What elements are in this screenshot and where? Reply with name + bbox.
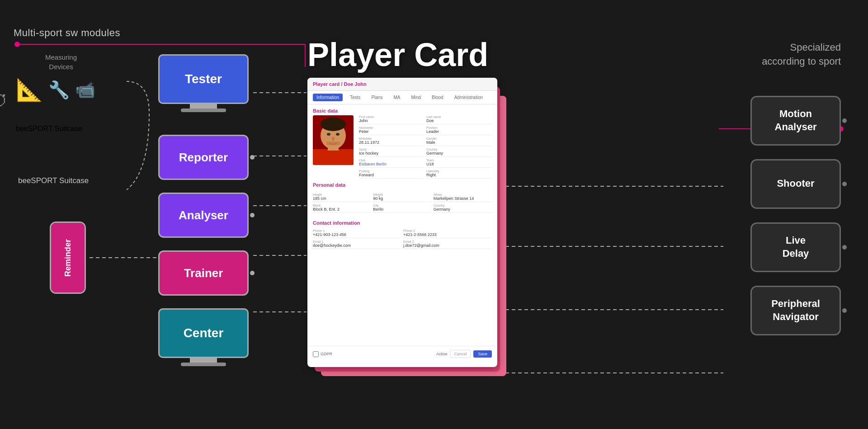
field-height: Height 185 cm (313, 193, 371, 202)
email2-value: j.doe72@gmail.com (403, 243, 492, 249)
motion-analyser-screen: Motion Analyser (750, 96, 841, 146)
field-position: Position Leader (426, 126, 492, 135)
tab-administration[interactable]: Administration (451, 94, 486, 101)
gdpr-checkbox[interactable] (313, 351, 319, 357)
active-label: Active (436, 352, 448, 356)
beesport-label: beeSPORT Suitcase (16, 125, 82, 133)
tab-mind[interactable]: Mind (407, 94, 425, 101)
field-laterality: Laterality Right (426, 170, 492, 179)
peripheral-navigator-btn (842, 308, 847, 313)
reminder-phone: Reminder (50, 222, 86, 294)
field-team: Team U18 (426, 159, 492, 168)
field-block: Block Block B, Ent. 2 (313, 204, 371, 213)
pcountry-value: Germany (434, 207, 492, 213)
card-tabs[interactable]: Information Tests Plans MA Mind Blood Ad… (307, 91, 497, 104)
posting-value: Forward (359, 173, 425, 179)
position-value: Leader (426, 129, 492, 135)
contact-data-title: Contact information (307, 217, 497, 227)
active-toggle[interactable]: Active (436, 352, 448, 356)
tab-plans[interactable]: Plans (368, 94, 386, 101)
tab-ma[interactable]: MA (390, 94, 404, 101)
team-value: U18 (426, 162, 492, 168)
field-weight: Weight 90 kg (373, 193, 431, 202)
field-city: City Berlin (373, 204, 431, 213)
cancel-button[interactable]: Cancel (450, 350, 471, 358)
tab-information[interactable]: Information (313, 94, 343, 101)
peripheral-navigator-screen: Peripheral Navigator (750, 286, 841, 335)
tester-screen: Tester (158, 54, 249, 104)
nickname-value: Peter (359, 129, 425, 135)
svg-point-20 (332, 137, 335, 141)
shooter-screen: Shooter (750, 159, 841, 209)
peripheral-navigator-module: Peripheral Navigator (750, 286, 841, 335)
card-personal: Height 185 cm Weight 90 kg Street Markel… (307, 189, 497, 217)
camera-icon: 📹 (75, 80, 95, 99)
email1-value: doe@hockeydie.com (313, 243, 401, 249)
live-delay-label: Live Delay (783, 234, 809, 260)
phone2-value: +421-2-5566 2233 (403, 232, 492, 238)
card-main: Player card / Doe John Information Tests… (307, 78, 497, 367)
field-posting: Posting Forward (359, 170, 425, 179)
tab-tests[interactable]: Tests (346, 94, 364, 101)
gdpr-label: GDPR (321, 352, 332, 356)
card-body-basic: First name John Last name Doe Nickname P… (307, 115, 497, 179)
phone1-value: +421-903-123 456 (313, 232, 401, 238)
shooter-btn (842, 182, 847, 186)
field-sport: Sport Ice hockey (359, 148, 425, 157)
center-stand (190, 358, 217, 363)
field-email1: Email 1 doe@hockeydie.com (313, 240, 401, 249)
gdpr-check[interactable]: GDPR (313, 351, 332, 357)
modules-column: Tester Reporter Analyser Trainer (158, 54, 249, 376)
country-value: Germany (426, 151, 492, 157)
card-header: Player card / Doe John (307, 78, 497, 91)
trainer-screen: Trainer (158, 250, 249, 296)
trainer-label: Trainer (184, 266, 223, 280)
lastname-value: Doe (426, 118, 492, 124)
card-fields-basic: First name John Last name Doe Nickname P… (359, 115, 492, 179)
field-country: Country Germany (426, 148, 492, 157)
basic-data-title: Basic data (307, 104, 497, 115)
reporter-label: Reporter (179, 151, 228, 165)
street-value: Markelipen Strasse 14 (434, 196, 492, 202)
device-icons: 📐 ⏱ 🔧 📹 (16, 77, 95, 103)
sport-value: Ice hockey (359, 151, 425, 157)
trainer-dot (250, 271, 255, 275)
shooter-module: Shooter (750, 159, 841, 209)
height-value: 185 cm (313, 196, 371, 202)
card-stack: Player card / Doe John Information Tests… (307, 78, 506, 394)
gender-value: Male (426, 140, 492, 146)
scene: Multi-sport sw modules MeasuringDevices … (0, 0, 868, 429)
motion-analyser-btn (842, 118, 847, 123)
reporter-module: Reporter (158, 135, 249, 180)
field-lastname: Last name Doe (426, 115, 492, 124)
analyser-dot (250, 213, 255, 217)
save-button[interactable]: Save (473, 350, 492, 358)
specialized-label: Specializedaccording to sport (750, 41, 841, 69)
field-phone1: Phone 1 +421-903-123 456 (313, 229, 401, 238)
live-delay-btn (842, 245, 847, 250)
field-birthdate: Birthdate 28.11.1972 (359, 137, 425, 146)
phone-modules-list: Motion Analyser Shooter Live Delay (750, 96, 841, 335)
field-firstname: First name John (359, 115, 425, 124)
tab-blood[interactable]: Blood (428, 94, 447, 101)
field-nickname: Nickname Peter (359, 126, 425, 135)
club-value: Eisbären Berlin (359, 162, 425, 168)
laterality-value: Right (426, 173, 492, 179)
firstname-value: John (359, 118, 425, 124)
center-screen: Center (158, 308, 249, 358)
svg-point-17 (321, 118, 346, 131)
ruler-icon: 📐 (16, 77, 43, 103)
personal-data-title: Personal data (307, 179, 497, 189)
card-buttons: Active Cancel Save (436, 350, 492, 358)
reporter-dot (250, 155, 255, 160)
field-gender: Gender Male (426, 137, 492, 146)
trainer-module: Trainer (158, 250, 249, 296)
tester-base (181, 108, 226, 112)
field-email2: Email 2 j.doe72@gmail.com (403, 240, 492, 249)
center-base (181, 363, 226, 366)
city-value: Berlin (373, 207, 431, 213)
block-value: Block B, Ent. 2 (313, 207, 371, 213)
motion-analyser-module: Motion Analyser (750, 96, 841, 146)
svg-point-18 (327, 133, 330, 136)
birthdate-value: 28.11.1972 (359, 140, 425, 146)
